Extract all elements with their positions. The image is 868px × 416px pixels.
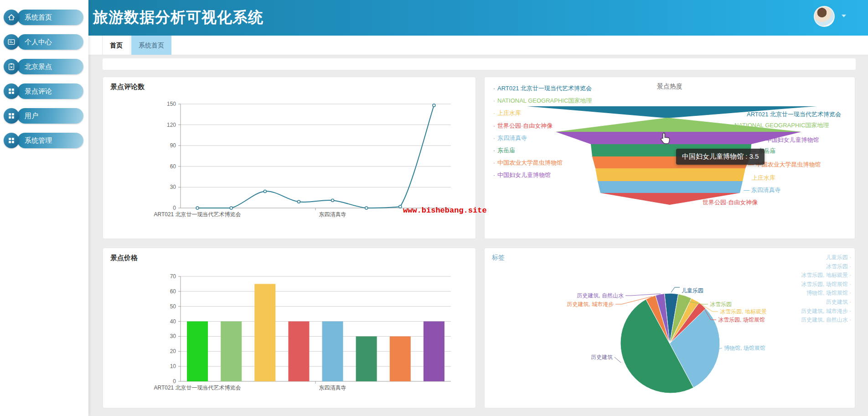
page-title: 旅游数据分析可视化系统 [88,0,868,28]
pie-slice-label: 冰雪乐园, 地标观景 [720,308,767,315]
sidebar-item-system-admin[interactable]: 系统管理 [0,133,88,148]
chevron-down-icon[interactable] [842,15,846,17]
legend-item[interactable]: 历史建筑, 城市漫步 · [801,307,851,315]
pie-slice-label: 冰雪乐园 [710,301,732,307]
app-header: 旅游数据分析可视化系统 [88,0,868,36]
funnel-band[interactable] [598,181,743,193]
bar[interactable] [390,336,411,381]
sidebar-item-label: 系统首页 [17,10,83,25]
sidebar-item-label: 个人中心 [17,34,83,50]
legend-item[interactable]: ·东岳庙 [493,146,515,155]
legend-item[interactable]: 冰雪乐园 · [826,263,851,270]
y-axis-tick-label: 150 [167,101,176,107]
panel-price-title: 景点价格 [110,254,138,262]
data-point-marker[interactable] [196,207,199,209]
tab-home[interactable]: 首页 [102,36,130,55]
legend-label: 中国妇女儿童博物馆 [497,172,551,178]
x-axis-category-label: 东四清真寺 [319,211,346,218]
legend-label: NATIONAL GEOGRAPHIC国家地理 [497,97,592,104]
funnel-item-label: ART021 北京廿一现当代艺术博览会 [747,111,841,118]
legend-dot: · [493,134,496,142]
avatar[interactable] [814,6,835,27]
bar[interactable] [356,336,377,381]
legend-dot: · [493,109,496,117]
legend-item[interactable]: ·中国农业大学昆虫博物馆 [493,159,563,167]
data-point-marker[interactable] [433,104,435,107]
legend-dot: · [493,97,496,105]
sidebar-item-profile[interactable]: 个人中心 [0,34,88,50]
tags-pie-chart: 儿童乐园冰雪乐园冰雪乐园, 地标观景冰雪乐园, 场馆展馆博物馆, 场馆展馆历史建… [485,248,856,409]
funnel-item-label: — 中国妇女儿童博物馆 [758,136,819,143]
legend-label: 世界公园·自由女神像 [497,122,553,129]
sidebar-item-label: 用户 [17,108,83,124]
y-axis-tick-label: 30 [170,184,176,190]
data-point-marker[interactable] [264,190,266,193]
legend-item[interactable]: 历史建筑 · [826,298,851,306]
grid-icon [4,108,19,124]
data-point-marker[interactable] [230,207,232,209]
grid-icon [4,83,19,99]
legend-item[interactable]: 博物馆, 场馆展馆 · [806,289,851,296]
data-point-marker[interactable] [399,205,402,208]
funnel-item-label: 世界公园·自由女神像 [703,199,758,206]
bar[interactable] [254,284,275,381]
sidebar-item-label: 景点评论 [17,83,83,99]
legend-item[interactable]: ·NATIONAL GEOGRAPHIC国家地理 [493,97,592,105]
panel-tags: 标签 儿童乐园冰雪乐园冰雪乐园, 地标观景冰雪乐园, 场馆展馆博物馆, 场馆展馆… [484,248,855,408]
funnel-band[interactable] [595,168,745,181]
sidebar: 系统首页个人中心北京景点景点评论用户系统管理 [0,0,88,416]
y-axis-tick-label: 10 [170,363,176,369]
legend-label: 东岳庙 [497,147,515,154]
y-axis-tick-label: 40 [170,318,176,325]
legend-label: 东四清真寺 [497,135,527,141]
data-point-marker[interactable] [331,199,334,202]
bar[interactable] [288,322,309,381]
legend-item[interactable]: 冰雪乐园, 场馆展馆 · [801,281,851,288]
sidebar-item-beijing-attractions[interactable]: 北京景点 [0,59,88,74]
data-point-marker[interactable] [297,200,300,203]
chart-tooltip: 中国妇女儿童博物馆 : 3.5 [676,149,765,165]
id-card-icon [4,34,19,50]
clipboard-icon [4,59,19,74]
pie-slice-label: 历史建筑, 自然山水 [577,292,624,299]
y-axis-tick-label: 30 [170,333,176,339]
y-axis-tick-label: 0 [173,378,176,385]
bar[interactable] [187,322,208,381]
watermark: www.bishebang.site [403,206,487,215]
sidebar-item-attraction-comments[interactable]: 景点评论 [0,83,88,99]
sidebar-item-users[interactable]: 用户 [0,108,88,124]
legend-item[interactable]: ·世界公园·自由女神像 [493,122,553,130]
legend-item[interactable]: ·上庄水库 [493,109,521,117]
x-axis-category-label: 东四清真寺 [319,385,346,391]
panel-heat-title: 景点热度 [485,83,855,91]
legend-item[interactable]: ·中国妇女儿童博物馆 [493,171,551,179]
comments-line-chart: 0306090120150ART021 北京廿一现当代艺术博览会东四清真寺 [103,77,476,239]
funnel-item-label: 上庄水库 [752,174,775,181]
pie-label-line [615,357,621,363]
grid-icon [4,133,19,148]
y-axis-tick-label: 60 [170,288,176,295]
line-series[interactable] [197,105,434,208]
pie-slice-label: 历史建筑 [591,354,613,360]
x-axis-category-label: ART021 北京廿一现当代艺术博览会 [154,211,241,218]
legend-label: 中国农业大学昆虫博物馆 [497,159,563,166]
tab-system-home[interactable]: 系统首页 [131,36,171,55]
legend-item[interactable]: ·东四清真寺 [493,134,527,142]
legend-item[interactable]: 冰雪乐园, 地标观景 · [801,271,851,279]
panel-tags-title: 标签 [492,254,505,262]
y-axis-tick-label: 50 [170,303,176,310]
data-point-marker[interactable] [365,207,368,209]
bar[interactable] [221,322,242,381]
legend-item[interactable]: 儿童乐园 · [826,254,851,261]
sidebar-item-home[interactable]: 系统首页 [0,10,88,25]
legend-dot: · [493,122,496,130]
legend-dot: · [493,159,496,167]
bar[interactable] [322,322,343,381]
funnel-item-label: NATIONAL GEOGRAPHIC国家地理 [734,122,829,129]
sidebar-item-label: 北京景点 [17,59,83,74]
pie-slice-label: 儿童乐园 [682,287,703,294]
legend-item[interactable]: 历史建筑, 自然山水 · [801,316,851,323]
panel-heat: 景点热度 ART021 北京廿一现当代艺术博览会NATIONAL GEOGRAP… [484,77,855,239]
bar[interactable] [424,322,444,381]
y-axis-tick-label: 120 [167,122,176,128]
